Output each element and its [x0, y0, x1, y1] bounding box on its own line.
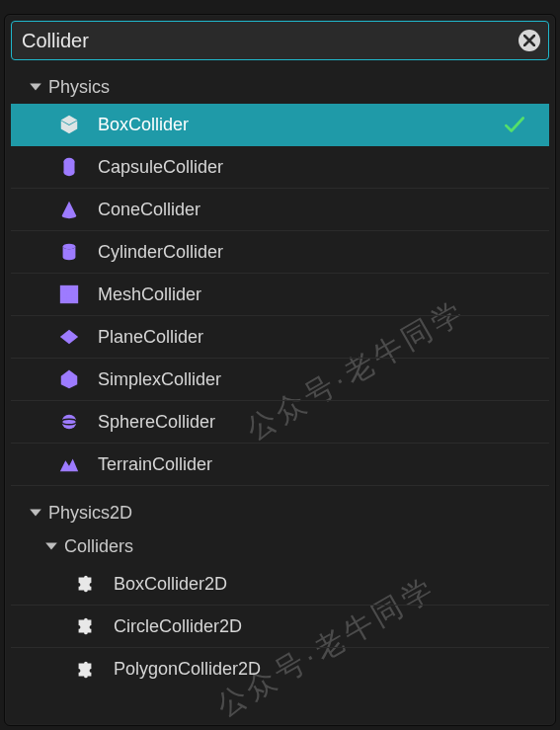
puzzle-icon: [74, 615, 96, 637]
terrain-icon: [58, 453, 80, 475]
component-label: PlaneCollider: [98, 327, 203, 348]
group-header-physics2d[interactable]: Physics2D: [11, 496, 549, 529]
subgroup-label: Colliders: [64, 536, 133, 557]
component-item-meshcollider[interactable]: MeshCollider: [11, 274, 549, 316]
component-label: TerrainCollider: [98, 454, 212, 475]
chevron-down-icon: [29, 80, 42, 94]
component-item-polygoncollider2d[interactable]: PolygonCollider2D: [11, 648, 549, 690]
component-label: SimplexCollider: [98, 369, 221, 390]
component-label: BoxCollider2D: [114, 574, 227, 595]
component-item-spherecollider[interactable]: SphereCollider: [11, 401, 549, 444]
group-items-physics: BoxCollider CapsuleCollider ConeCollider: [11, 104, 549, 486]
search-input[interactable]: [22, 30, 509, 52]
cone-icon: [58, 199, 80, 220]
close-icon: [523, 35, 535, 46]
component-label: PolygonCollider2D: [114, 659, 261, 680]
svg-point-2: [64, 169, 75, 176]
chevron-down-icon: [29, 506, 42, 520]
group-label: Physics2D: [48, 503, 132, 524]
component-item-planecollider[interactable]: PlaneCollider: [11, 316, 549, 359]
component-label: CylinderCollider: [98, 242, 223, 263]
chevron-down-icon: [44, 539, 58, 553]
results-scroll-area[interactable]: 公众号·老牛同学 公众号·老牛同学 Physics BoxCollider Ca…: [5, 64, 555, 725]
simplex-icon: [58, 368, 80, 390]
component-item-terraincollider[interactable]: TerrainCollider: [11, 444, 549, 486]
group-header-physics[interactable]: Physics: [11, 70, 549, 104]
component-item-boxcollider2d[interactable]: BoxCollider2D: [11, 563, 549, 606]
component-item-simplexcollider[interactable]: SimplexCollider: [11, 359, 549, 401]
box-icon: [58, 114, 80, 135]
component-label: ConeCollider: [98, 200, 200, 220]
puzzle-icon: [74, 573, 96, 595]
component-item-capsulecollider[interactable]: CapsuleCollider: [11, 146, 549, 189]
component-item-conecollider[interactable]: ConeCollider: [11, 189, 549, 231]
mesh-icon: [58, 284, 80, 305]
component-label: BoxCollider: [98, 115, 189, 135]
capsule-icon: [58, 156, 80, 178]
plane-icon: [58, 326, 80, 348]
component-search-panel: 公众号·老牛同学 公众号·老牛同学 Physics BoxCollider Ca…: [4, 14, 556, 726]
svg-point-5: [62, 415, 77, 430]
subgroup-header-colliders[interactable]: Colliders: [11, 529, 549, 563]
search-wrap: [5, 15, 555, 64]
cylinder-icon: [58, 241, 80, 263]
subgroup-items-colliders: BoxCollider2D CircleCollider2D PolygonCo…: [11, 563, 549, 690]
component-label: CircleCollider2D: [114, 616, 242, 637]
search-box: [11, 21, 549, 60]
component-label: SphereCollider: [98, 412, 215, 433]
clear-search-button[interactable]: [519, 30, 540, 51]
svg-point-3: [63, 244, 76, 250]
component-label: CapsuleCollider: [98, 157, 223, 178]
puzzle-icon: [74, 659, 96, 681]
component-label: MeshCollider: [98, 284, 201, 305]
sphere-icon: [58, 411, 80, 433]
checkmark-icon: [502, 112, 527, 137]
component-item-cylindercollider[interactable]: CylinderCollider: [11, 231, 549, 274]
svg-rect-4: [61, 286, 78, 303]
component-item-circlecollider2d[interactable]: CircleCollider2D: [11, 606, 549, 648]
component-item-boxcollider[interactable]: BoxCollider: [11, 104, 549, 146]
group-label: Physics: [48, 77, 110, 98]
